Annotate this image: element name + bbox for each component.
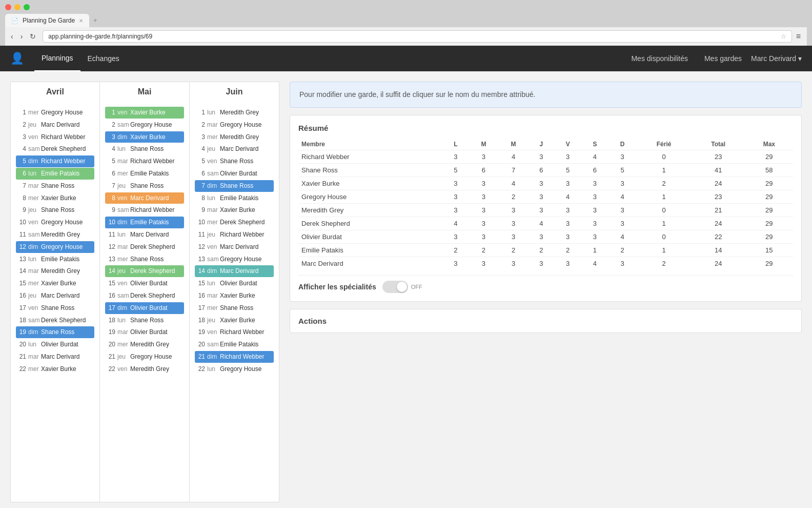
new-tab-button[interactable]: + xyxy=(90,13,100,27)
calendar-row[interactable]: 12 mar Derek Shepherd xyxy=(105,241,184,253)
calendar-row[interactable]: 18 jeu Xavier Burke xyxy=(195,315,274,326)
calendar-row[interactable]: 8 lun Emilie Patakis xyxy=(195,192,274,204)
tab-close-button[interactable]: ✕ xyxy=(79,18,83,24)
user-menu-dropdown[interactable]: Marc Derivard ▾ xyxy=(751,54,802,63)
url-input[interactable]: app.planning-de-garde.fr/plannings/69 ☆ xyxy=(43,30,791,43)
table-row[interactable]: Xavier Burke 3 3 4 3 3 3 3 2 24 29 xyxy=(298,177,793,190)
calendar-row[interactable]: 16 jeu Marc Derivard xyxy=(16,290,94,302)
max-cell: 15 xyxy=(745,244,793,257)
calendar-row[interactable]: 13 lun Emilie Patakis xyxy=(16,253,94,265)
calendar-row[interactable]: 11 sam Meredith Grey xyxy=(16,229,94,241)
calendar-row[interactable]: 8 mer Xavier Burke xyxy=(16,192,94,204)
calendar-row[interactable]: 7 mar Shane Ross xyxy=(16,180,94,192)
calendar-row[interactable]: 14 mar Meredith Grey xyxy=(16,265,94,277)
calendar-row[interactable]: 10 mer Derek Shepherd xyxy=(195,217,274,228)
calendar-row[interactable]: 15 mer Xavier Burke xyxy=(16,278,94,289)
calendar-row[interactable]: 13 sam Gregory House xyxy=(195,253,274,265)
calendar-row[interactable]: 19 mar Olivier Burdat xyxy=(105,326,184,338)
calendar-row[interactable]: 11 jeu Richard Webber xyxy=(195,229,274,241)
url-text: app.planning-de-garde.fr/plannings/69 xyxy=(48,33,777,40)
calendar-row[interactable]: 3 mer Meredith Grey xyxy=(195,131,274,143)
calendar-row[interactable]: 21 dim Richard Webber xyxy=(195,351,274,363)
table-row[interactable]: Marc Derivard 3 3 3 3 3 4 3 2 24 29 xyxy=(298,257,793,270)
calendar-row[interactable]: 13 mer Shane Ross xyxy=(105,253,184,265)
calendar-row[interactable]: 4 lun Shane Ross xyxy=(105,143,184,155)
table-row[interactable]: Emilie Patakis 2 2 2 2 2 1 2 1 14 15 xyxy=(298,244,793,257)
calendar-row[interactable]: 1 ven Xavier Burke xyxy=(105,107,184,119)
calendar-row[interactable]: 10 dim Emilie Patakis xyxy=(105,217,184,228)
calendar-row[interactable]: 9 mar Xavier Burke xyxy=(195,204,274,216)
calendar-row[interactable]: 2 jeu Marc Derivard xyxy=(16,119,94,131)
calendar-row[interactable]: 14 dim Marc Derivard xyxy=(195,265,274,277)
calendar-row[interactable]: 2 sam Gregory House xyxy=(105,119,184,131)
calendar-row[interactable]: 19 ven Richard Webber xyxy=(195,326,274,338)
calendar-row[interactable]: 22 ven Meredith Grey xyxy=(105,363,184,375)
M1-cell: 6 xyxy=(469,164,498,177)
calendar-row[interactable]: 7 dim Shane Ross xyxy=(195,180,274,192)
calendar-row[interactable]: 11 lun Marc Derivard xyxy=(105,229,184,241)
reload-button[interactable]: ↻ xyxy=(27,31,38,42)
calendar-row[interactable]: 9 jeu Shane Ross xyxy=(16,204,94,216)
nav-plannings[interactable]: Plannings xyxy=(34,46,80,71)
calendar-row[interactable]: 14 jeu Derek Shepherd xyxy=(105,265,184,277)
table-row[interactable]: Richard Webber 3 3 4 3 3 4 3 0 23 29 xyxy=(298,150,793,164)
active-tab[interactable]: 📄 Planning De Garde ✕ xyxy=(5,14,89,27)
calendar-row[interactable]: 3 dim Xavier Burke xyxy=(105,131,184,143)
calendar-row[interactable]: 12 dim Gregory House xyxy=(16,241,94,253)
calendar-row[interactable]: 15 ven Olivier Burdat xyxy=(105,278,184,289)
calendar-row[interactable]: 20 mer Meredith Grey xyxy=(105,339,184,350)
calendar-row[interactable]: 18 lun Shane Ross xyxy=(105,315,184,326)
calendar-row[interactable]: 12 ven Marc Derivard xyxy=(195,241,274,253)
calendar-row[interactable]: 2 mar Gregory House xyxy=(195,119,274,131)
calendar-row[interactable]: 6 lun Emilie Patakis xyxy=(16,168,94,180)
cal-person-name: Derek Shepherd xyxy=(130,267,183,276)
calendar-row[interactable]: 6 sam Olivier Burdat xyxy=(195,168,274,180)
bookmark-icon[interactable]: ☆ xyxy=(781,33,786,40)
calendar-row[interactable]: 5 dim Richard Webber xyxy=(16,155,94,167)
calendar-row[interactable]: 5 ven Shane Ross xyxy=(195,155,274,167)
nav-echanges[interactable]: Echanges xyxy=(80,46,127,71)
calendar-row[interactable]: 1 mer Gregory House xyxy=(16,107,94,119)
calendar-row[interactable]: 4 sam Derek Shepherd xyxy=(16,143,94,155)
calendar-row[interactable]: 20 lun Olivier Burdat xyxy=(16,339,94,350)
calendar-row[interactable]: 16 mar Xavier Burke xyxy=(195,290,274,302)
calendar-row[interactable]: 19 dim Shane Ross xyxy=(16,326,94,338)
table-row[interactable]: Derek Shepherd 4 3 3 4 3 3 3 1 24 29 xyxy=(298,217,793,230)
close-button[interactable] xyxy=(5,4,11,10)
browser-menu-button[interactable]: ≡ xyxy=(796,32,801,41)
back-button[interactable]: ‹ xyxy=(8,31,16,42)
table-row[interactable]: Meredith Grey 3 3 3 3 3 3 3 0 21 29 xyxy=(298,204,793,217)
table-row[interactable]: Olivier Burdat 3 3 3 3 3 3 4 0 22 29 xyxy=(298,230,793,244)
calendar-row[interactable]: 20 sam Emilie Patakis xyxy=(195,339,274,350)
calendar-row[interactable]: 10 ven Gregory House xyxy=(16,217,94,228)
cal-person-name: Emilie Patakis xyxy=(220,194,273,203)
table-row[interactable]: Shane Ross 5 6 7 6 5 6 5 1 41 58 xyxy=(298,164,793,177)
calendar-row[interactable]: 15 lun Olivier Burdat xyxy=(195,278,274,289)
cal-day-num: 8 xyxy=(106,194,115,203)
calendar-row[interactable]: 16 sam Derek Shepherd xyxy=(105,290,184,302)
calendar-row[interactable]: 17 mer Shane Ross xyxy=(195,302,274,314)
nav-mes-gardes[interactable]: Mes gardes xyxy=(697,46,749,71)
calendar-row[interactable]: 8 ven Marc Derivard xyxy=(105,192,184,204)
table-row[interactable]: Gregory House 3 3 2 3 4 3 4 1 23 29 xyxy=(298,190,793,204)
calendar-row[interactable]: 18 sam Derek Shepherd xyxy=(16,315,94,326)
calendar-row[interactable]: 6 mer Emilie Patakis xyxy=(105,168,184,180)
maximize-button[interactable] xyxy=(24,4,30,10)
nav-mes-dispo[interactable]: Mes disponibilités xyxy=(624,46,695,71)
cal-day-num: 7 xyxy=(196,182,205,190)
calendar-row[interactable]: 9 sam Richard Webber xyxy=(105,204,184,216)
specialites-toggle[interactable] xyxy=(382,281,408,293)
calendar-row[interactable]: 7 jeu Shane Ross xyxy=(105,180,184,192)
calendar-row[interactable]: 21 mar Marc Derivard xyxy=(16,351,94,363)
calendar-row[interactable]: 21 jeu Gregory House xyxy=(105,351,184,363)
calendar-row[interactable]: 17 ven Shane Ross xyxy=(16,302,94,314)
forward-button[interactable]: › xyxy=(18,31,26,42)
calendar-row[interactable]: 1 lun Meredith Grey xyxy=(195,107,274,119)
calendar-row[interactable]: 3 ven Richard Webber xyxy=(16,131,94,143)
calendar-row[interactable]: 4 jeu Marc Derivard xyxy=(195,143,274,155)
calendar-row[interactable]: 22 lun Gregory House xyxy=(195,363,274,375)
minimize-button[interactable] xyxy=(14,4,21,10)
calendar-row[interactable]: 22 mer Xavier Burke xyxy=(16,363,94,375)
calendar-row[interactable]: 5 mar Richard Webber xyxy=(105,155,184,167)
calendar-row[interactable]: 17 dim Olivier Burdat xyxy=(105,302,184,314)
